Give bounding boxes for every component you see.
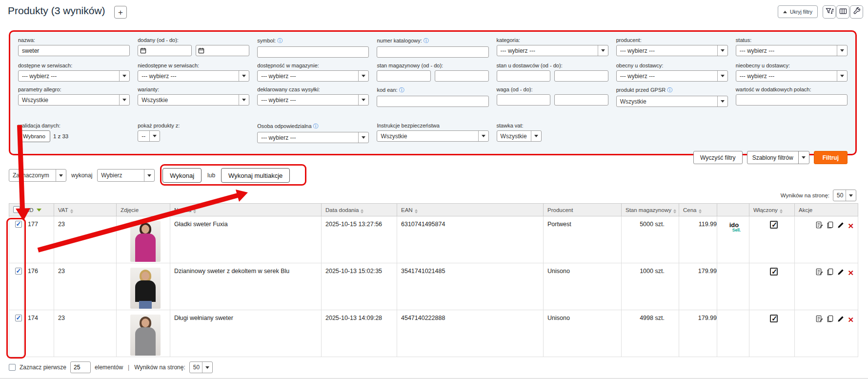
table-header-row: ID VAT Zdjęcie Nazwa Data dodania EAN Pr…: [9, 204, 858, 216]
info-icon[interactable]: ⓘ: [313, 123, 319, 129]
product-date-added: 2025-10-13 15:02:35: [322, 263, 397, 310]
numer-katalogowy-input[interactable]: [377, 46, 488, 58]
products-table: ID VAT Zdjęcie Nazwa Data dodania EAN Pr…: [9, 203, 858, 357]
warianty-select[interactable]: Wszystkie: [138, 94, 249, 106]
per-page-select[interactable]: 50: [833, 190, 856, 201]
stan-do-input[interactable]: [435, 70, 489, 82]
walidacja-count: 1 z 33: [53, 133, 68, 139]
list-edit-icon[interactable]: [815, 268, 824, 277]
select-first-checkbox[interactable]: [9, 364, 16, 371]
parametry-allegro-select[interactable]: Wszystkie: [18, 94, 130, 106]
product-stock: 5000 szt.: [622, 216, 679, 263]
producent-select[interactable]: --- wybierz ---: [616, 45, 728, 56]
filter-sort-button[interactable]: [823, 5, 836, 19]
product-id: 176: [24, 263, 54, 310]
dostepne-serwisy-select[interactable]: --- wybierz ---: [18, 70, 130, 82]
chevron-down-icon[interactable]: [798, 151, 809, 164]
info-icon[interactable]: ⓘ: [277, 38, 283, 43]
nazwa-input[interactable]: [18, 45, 130, 56]
edit-pencil-icon[interactable]: [837, 268, 845, 277]
pokaz-produkty-select[interactable]: --: [138, 130, 160, 142]
product-name[interactable]: Dzianinowy sweter z dekoltem w serek Blu: [170, 263, 322, 310]
stan-od-input[interactable]: [377, 70, 431, 82]
delete-icon[interactable]: [848, 222, 854, 230]
filter-nazwa: nazwa:: [18, 36, 130, 58]
filter-osoba-odpowiedzialna: Osoba odpowiedzialnaⓘ --- wybierz ---: [257, 121, 369, 143]
copy-icon[interactable]: [826, 315, 834, 324]
calendar-icon: [140, 47, 146, 54]
list-edit-icon[interactable]: [815, 221, 824, 231]
row-checkbox[interactable]: [15, 221, 22, 228]
copy-icon[interactable]: [826, 221, 834, 231]
sort-desc-icon[interactable]: [37, 209, 41, 212]
dodatkowe-pola-input[interactable]: [736, 94, 848, 106]
select-all-checkbox[interactable]: [13, 206, 20, 213]
osoba-odpowiedzialna-select[interactable]: --- wybierz ---: [257, 132, 369, 143]
clear-filters-button[interactable]: Wyczyść filtry: [693, 151, 743, 164]
info-icon[interactable]: ⓘ: [667, 87, 672, 93]
delete-icon[interactable]: [848, 269, 854, 276]
apply-filters-button[interactable]: Filtruj: [814, 151, 848, 164]
row-checkbox[interactable]: [15, 268, 22, 275]
info-icon[interactable]: ⓘ: [424, 38, 429, 43]
instrukcje-select[interactable]: Wszystkie: [377, 130, 488, 142]
select-first-count-input[interactable]: [70, 361, 91, 373]
action-choose-select[interactable]: Wybierz: [97, 169, 155, 182]
obecny-dostawca-select[interactable]: --- wybierz ---: [616, 70, 728, 82]
product-photo[interactable]: [130, 315, 161, 356]
info-icon[interactable]: ⓘ: [399, 87, 404, 93]
chevron-down-icon: [56, 170, 66, 181]
add-product-button[interactable]: +: [114, 6, 127, 19]
edit-pencil-icon[interactable]: [837, 221, 845, 231]
walidacja-button[interactable]: Wybrano: [18, 130, 50, 142]
selection-scope-select[interactable]: Zaznaczonym: [9, 169, 66, 182]
product-photo[interactable]: [130, 268, 161, 309]
sort-icon[interactable]: [193, 209, 196, 213]
enabled-checkbox[interactable]: [770, 221, 778, 229]
kategoria-select[interactable]: --- wybierz ---: [497, 45, 608, 56]
delete-icon[interactable]: [848, 316, 854, 323]
sort-icon[interactable]: [70, 209, 73, 213]
copy-icon[interactable]: [826, 268, 834, 277]
stan-dostawcy-od-input[interactable]: [497, 70, 551, 82]
niedostepne-serwisy-select[interactable]: --- wybierz ---: [138, 70, 249, 82]
chevron-down-icon: [837, 45, 847, 56]
list-edit-icon[interactable]: [815, 315, 824, 324]
per-page-select-bottom[interactable]: 50: [189, 361, 213, 373]
product-ean: 3541741021485: [397, 263, 544, 310]
filter-templates-button[interactable]: Szablony filtrów: [747, 151, 809, 164]
kod-ean-input[interactable]: [377, 96, 488, 107]
hide-filters-button[interactable]: Ukryj filtry: [778, 5, 818, 18]
product-name[interactable]: Długi wełniany sweter: [170, 310, 322, 357]
filter-gpsr: produkt przed GPSRⓘ Wszystkie: [616, 85, 728, 107]
enabled-checkbox[interactable]: [770, 268, 778, 276]
czas-wysylki-select[interactable]: --- wybierz ---: [257, 94, 369, 106]
symbol-input[interactable]: [257, 46, 369, 58]
product-photo[interactable]: [130, 221, 161, 262]
execute-button[interactable]: Wykonaj: [162, 168, 202, 183]
filter-dostepnosc-magazyn: dostępność w magazynie: --- wybierz ---: [257, 61, 369, 82]
dostepnosc-magazyn-select[interactable]: --- wybierz ---: [257, 70, 369, 82]
waga-do-input[interactable]: [554, 94, 608, 106]
status-select[interactable]: --- wybierz ---: [736, 45, 848, 56]
columns-settings-button[interactable]: [836, 5, 849, 19]
waga-od-input[interactable]: [497, 94, 551, 106]
enabled-checkbox[interactable]: [770, 315, 778, 322]
stan-dostawcy-do-input[interactable]: [554, 70, 608, 82]
sort-icon[interactable]: [673, 209, 676, 213]
execute-multiactions-button[interactable]: Wykonaj multiakcje: [221, 168, 290, 183]
stawka-vat-select[interactable]: Wszystkie: [497, 130, 542, 142]
sort-icon[interactable]: [699, 209, 702, 213]
nieobecny-dostawca-select[interactable]: --- wybierz ---: [736, 70, 848, 82]
table-row: 177 23 Gładki sweter Fuxia 2025-10-15 13…: [9, 216, 858, 263]
product-name[interactable]: Gładki sweter Fuxia: [170, 216, 322, 263]
chevron-down-icon: [149, 131, 160, 141]
tools-button[interactable]: [850, 5, 863, 19]
sort-icon[interactable]: [780, 209, 783, 213]
sort-icon[interactable]: [361, 209, 363, 213]
edit-pencil-icon[interactable]: [837, 315, 845, 324]
row-checkbox[interactable]: [15, 315, 22, 321]
gpsr-select[interactable]: Wszystkie: [616, 96, 728, 107]
sort-icon[interactable]: [415, 209, 418, 213]
page-title: Produkty (3 wyników): [8, 5, 105, 17]
